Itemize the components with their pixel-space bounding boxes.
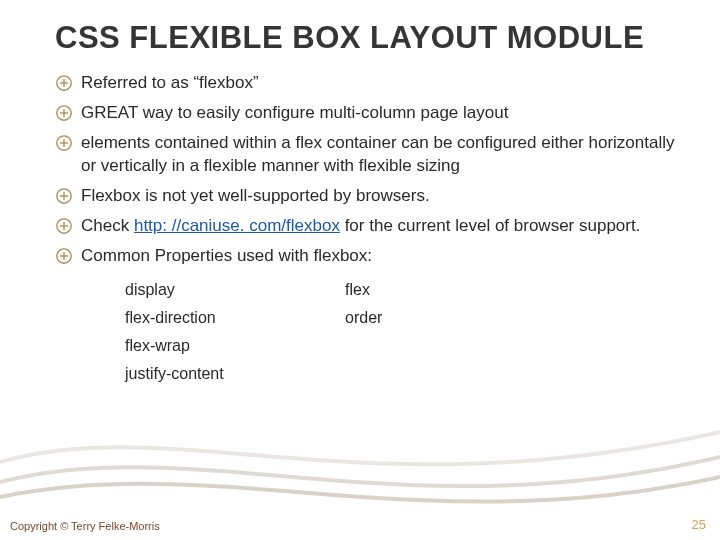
plus-circle-icon — [55, 217, 73, 235]
caniuse-link[interactable]: http: //caniuse. com/flexbox — [134, 216, 340, 235]
property-item: flex-wrap — [125, 337, 345, 355]
copyright-text: Copyright © Terry Felke-Morris — [10, 520, 160, 532]
plus-circle-icon — [55, 247, 73, 265]
bullet-text: Flexbox is not yet well-supported by bro… — [81, 185, 680, 208]
property-item: flex-direction — [125, 309, 345, 327]
bullet-item: elements contained within a flex contain… — [55, 132, 680, 178]
bullet-list: Referred to as “flexbox” GREAT way to ea… — [0, 66, 720, 393]
bullet-text: GREAT way to easily configure multi-colu… — [81, 102, 680, 125]
bullet-prefix: Check — [81, 216, 134, 235]
footer-swoosh-decoration — [0, 400, 720, 540]
page-number: 25 — [692, 517, 706, 532]
property-item: order — [345, 309, 565, 327]
plus-circle-icon — [55, 104, 73, 122]
plus-circle-icon — [55, 187, 73, 205]
properties-table: display flex-direction flex-wrap justify… — [55, 275, 680, 393]
bullet-item: GREAT way to easily configure multi-colu… — [55, 102, 680, 125]
bullet-item: Check http: //caniuse. com/flexbox for t… — [55, 215, 680, 238]
property-item: justify-content — [125, 365, 345, 383]
properties-col-1: display flex-direction flex-wrap justify… — [125, 281, 345, 393]
bullet-text: Referred to as “flexbox” — [81, 72, 680, 95]
slide: CSS FLEXIBLE BOX LAYOUT MODULE Referred … — [0, 0, 720, 540]
property-item: display — [125, 281, 345, 299]
bullet-suffix: for the current level of browser support… — [340, 216, 640, 235]
bullet-text: Common Properties used with flexbox: — [81, 245, 680, 268]
plus-circle-icon — [55, 74, 73, 92]
properties-col-2: flex order — [345, 281, 565, 393]
plus-circle-icon — [55, 134, 73, 152]
bullet-item: Common Properties used with flexbox: — [55, 245, 680, 268]
slide-title: CSS FLEXIBLE BOX LAYOUT MODULE — [0, 20, 720, 66]
property-item: flex — [345, 281, 565, 299]
bullet-item: Referred to as “flexbox” — [55, 72, 680, 95]
bullet-text: Check http: //caniuse. com/flexbox for t… — [81, 215, 680, 238]
bullet-text: elements contained within a flex contain… — [81, 132, 680, 178]
bullet-item: Flexbox is not yet well-supported by bro… — [55, 185, 680, 208]
